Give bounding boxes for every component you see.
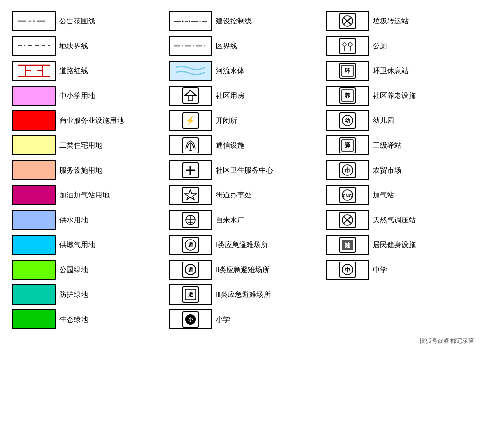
label-fuwu: 服务设施用地 bbox=[59, 166, 102, 175]
legend-col-3: 垃圾转运站 公厕 bbox=[323, 9, 479, 332]
symbol-yingji2: 避 bbox=[169, 260, 212, 280]
label-huanwei: 环卫休息站 bbox=[373, 66, 409, 76]
label-sanji: 三级驿站 bbox=[373, 141, 401, 150]
list-item: 供水用地 bbox=[10, 208, 166, 232]
list-item: 河流水体 bbox=[166, 58, 322, 83]
footer-watermark: 搜狐号@睿都记录官 bbox=[10, 337, 479, 345]
laji-icon bbox=[339, 13, 356, 29]
list-item: 自来水厂 bbox=[166, 208, 322, 232]
list-item: 公园绿地 bbox=[10, 257, 166, 282]
yanglao-icon: 养 bbox=[339, 87, 356, 104]
list-item: 生态绿地 bbox=[10, 307, 166, 332]
label-daolu: 道路红线 bbox=[59, 66, 88, 76]
list-item: 供燃气用地 bbox=[10, 232, 166, 257]
symbol-jianshen: 健 bbox=[326, 235, 369, 255]
symbol-fuwu bbox=[12, 160, 56, 180]
svg-text:驿: 驿 bbox=[344, 142, 351, 149]
label-shangye: 商业服务业设施用地 bbox=[59, 116, 124, 125]
list-item: 避 Ⅲ类应急避难场所 bbox=[166, 282, 322, 307]
symbol-daolu bbox=[12, 61, 56, 81]
label-kaiguansuo: 开闭所 bbox=[216, 116, 237, 125]
list-item: 天然气调压站 bbox=[323, 208, 479, 232]
label-zhongxiaoxue: 中小学用地 bbox=[59, 91, 95, 100]
list-item: 健 居民健身设施 bbox=[323, 232, 479, 257]
symbol-gongyuan bbox=[12, 260, 56, 280]
svg-text:避: 避 bbox=[188, 292, 194, 297]
svg-text:环: 环 bbox=[344, 67, 351, 74]
list-item: 公厕 bbox=[323, 33, 479, 58]
svg-text:避: 避 bbox=[188, 267, 194, 273]
symbol-tongxin bbox=[169, 135, 212, 155]
label-yingji3: Ⅲ类应急避难场所 bbox=[216, 290, 271, 299]
list-item: 中 中学 bbox=[323, 257, 479, 282]
svg-text:避: 避 bbox=[188, 242, 194, 248]
emergency2-icon: 避 bbox=[182, 262, 199, 278]
label-cng: 加气站 bbox=[373, 191, 394, 200]
line-gonggao-icon bbox=[17, 19, 51, 23]
symbol-nongmao: 市 bbox=[326, 160, 369, 180]
list-item: 小 小学 bbox=[166, 307, 322, 332]
symbol-youer: 幼 bbox=[326, 110, 369, 131]
symbol-jiedao bbox=[169, 185, 212, 205]
svg-point-15 bbox=[189, 21, 190, 22]
list-item: 社区用房 bbox=[166, 83, 322, 108]
label-yanglao: 社区养老设施 bbox=[373, 91, 416, 100]
gongce-icon bbox=[339, 38, 356, 54]
list-item: 防护绿地 bbox=[10, 282, 166, 307]
list-item: 区界线 bbox=[166, 33, 322, 58]
sanji-icon: 驿 bbox=[339, 137, 356, 153]
symbol-fanghu bbox=[12, 284, 56, 305]
list-item: ⚡ 开闭所 bbox=[166, 108, 322, 133]
list-item: 商业服务业设施用地 bbox=[10, 108, 166, 133]
svg-rect-23 bbox=[188, 95, 193, 101]
label-dikuai: 地块界线 bbox=[59, 42, 88, 51]
svg-rect-20 bbox=[173, 62, 208, 80]
label-jianshen: 居民健身设施 bbox=[373, 240, 416, 250]
list-item: 街道办事处 bbox=[166, 183, 322, 208]
youer-icon: 幼 bbox=[339, 112, 356, 129]
nongmao-icon: 市 bbox=[339, 162, 356, 178]
label-jiedao: 街道办事处 bbox=[216, 191, 252, 200]
svg-text:养: 养 bbox=[344, 92, 351, 99]
gas-icon bbox=[339, 212, 356, 228]
lightning-icon: ⚡ bbox=[182, 112, 199, 129]
symbol-kaiguansuo: ⚡ bbox=[169, 110, 212, 131]
label-zhongxue: 中学 bbox=[373, 265, 387, 274]
list-item: 避 Ⅰ类应急避难场所 bbox=[166, 232, 322, 257]
label-xiaoxue: 小学 bbox=[216, 315, 230, 324]
list-item: 公告范围线 bbox=[10, 9, 166, 33]
list-item: 服务设施用地 bbox=[10, 158, 166, 183]
list-item: 二类住宅用地 bbox=[10, 133, 166, 158]
list-item: 地块界线 bbox=[10, 33, 166, 58]
symbol-xiaoxue: 小 bbox=[169, 309, 212, 329]
legend-col-2: 建设控制线 区界线 河流水体 bbox=[166, 9, 322, 332]
label-jianshe: 建设控制线 bbox=[216, 17, 252, 26]
list-item: 道路红线 bbox=[10, 58, 166, 83]
svg-point-17 bbox=[200, 21, 201, 22]
symbol-huanwei: 环 bbox=[326, 61, 369, 81]
label-tianranqi: 天然气调压站 bbox=[373, 216, 416, 225]
label-qujie: 区界线 bbox=[216, 42, 237, 51]
svg-point-13 bbox=[182, 21, 184, 22]
label-erjulei: 二类住宅用地 bbox=[59, 141, 102, 150]
list-item: 垃圾转运站 bbox=[323, 9, 479, 33]
symbol-laji bbox=[326, 11, 369, 31]
huanwei-icon: 环 bbox=[339, 63, 356, 79]
road-redline-icon bbox=[17, 62, 51, 79]
xiaoxue-icon: 小 bbox=[182, 311, 199, 328]
label-gongce: 公厕 bbox=[373, 42, 387, 51]
cng-icon: CNG bbox=[339, 187, 356, 203]
symbol-zhongxue: 中 bbox=[326, 260, 369, 280]
svg-text:健: 健 bbox=[344, 242, 351, 249]
emergency1-icon: 避 bbox=[182, 237, 199, 253]
svg-marker-22 bbox=[185, 90, 196, 95]
label-gonggao: 公告范围线 bbox=[59, 17, 95, 26]
symbol-qujie bbox=[169, 36, 212, 56]
symbol-zhongxiaoxue bbox=[12, 86, 56, 106]
line-qujie-icon bbox=[173, 44, 208, 48]
symbol-shangye bbox=[12, 110, 56, 131]
symbol-shequyongfang bbox=[169, 86, 212, 106]
symbol-yanglao: 养 bbox=[326, 86, 369, 106]
line-jianshe-icon bbox=[173, 19, 208, 23]
list-item: 驿 三级驿站 bbox=[323, 133, 479, 158]
